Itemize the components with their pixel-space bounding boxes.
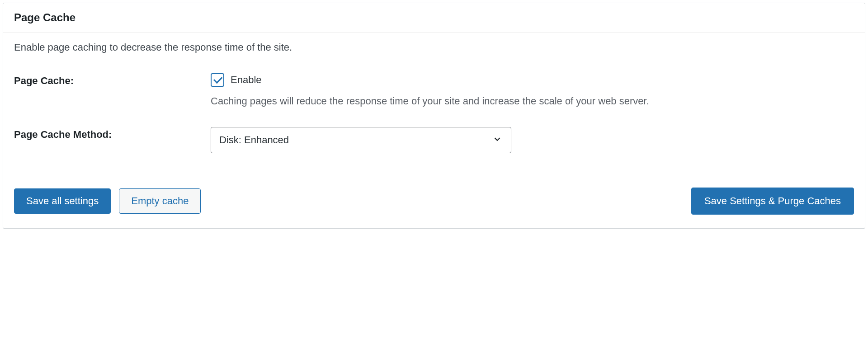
panel-description: Enable page caching to decrease the resp… [14,42,854,53]
panel-title: Page Cache [14,11,854,24]
page-cache-enable-label: Enable [231,74,262,86]
save-all-settings-button[interactable]: Save all settings [14,188,111,214]
panel-body: Enable page caching to decrease the resp… [3,33,865,153]
page-cache-label: Page Cache: [14,73,211,109]
empty-cache-button[interactable]: Empty cache [119,188,201,214]
select-wrap: Disk: Enhanced [211,127,511,153]
page-cache-row: Page Cache: Enable Caching pages will re… [14,73,854,109]
page-cache-enable-checkbox[interactable] [211,73,224,87]
page-cache-checkbox-line: Enable [211,73,854,87]
page-cache-method-row: Page Cache Method: Disk: Enhanced [14,127,854,153]
page-cache-method-label: Page Cache Method: [14,127,211,153]
page-cache-control: Enable Caching pages will reduce the res… [211,73,854,109]
page-cache-method-select[interactable]: Disk: Enhanced [211,127,511,153]
page-cache-help-text: Caching pages will reduce the response t… [211,93,672,109]
page-cache-method-control: Disk: Enhanced [211,127,854,153]
button-group-left: Save all settings Empty cache [14,188,201,214]
panel-header: Page Cache [3,3,865,33]
save-settings-purge-caches-button[interactable]: Save Settings & Purge Caches [691,188,854,215]
page-cache-panel: Page Cache Enable page caching to decrea… [3,3,865,229]
button-row: Save all settings Empty cache Save Setti… [3,171,865,228]
